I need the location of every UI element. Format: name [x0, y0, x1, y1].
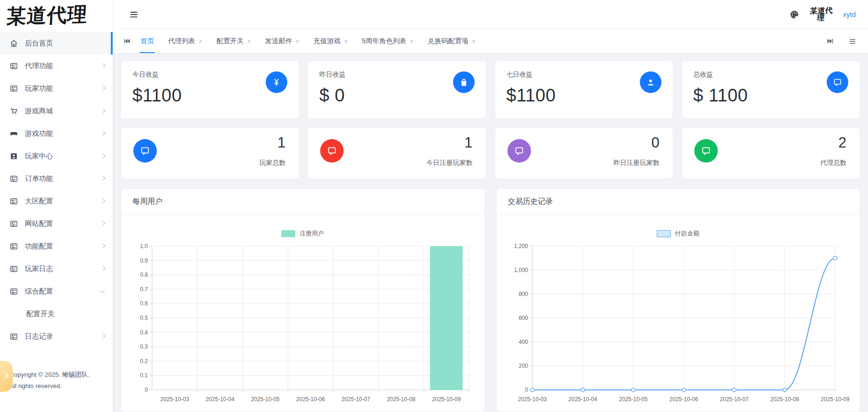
weekly-users-panel: 每周用户 注册用户 00.10.20.30.40.50.60.70.80.91.…	[121, 189, 484, 412]
sidebar-item-label: 综合配置	[25, 287, 100, 296]
tab-label: 兑换码配置项	[428, 37, 469, 46]
tabs: 首页 × 代理列表 × 配置开关 × 发送邮件 × 充值游戏 ×	[139, 29, 822, 53]
counter-card: 1 玩家总数	[121, 128, 299, 179]
card-icon	[9, 197, 18, 206]
sidebar-item-label: 功能配置	[25, 242, 100, 251]
tab[interactable]: 充值游戏 ×	[313, 29, 349, 53]
chevron-icon	[100, 311, 105, 316]
sidebar-item-label: 玩家中心	[25, 152, 100, 161]
sidebar-expand-handle[interactable]	[0, 361, 13, 392]
legend-item[interactable]: 注册用户	[281, 229, 324, 238]
sidebar-item[interactable]: 配置开关	[0, 303, 113, 325]
tab-close-icon[interactable]: ×	[472, 38, 476, 45]
sidebar-item[interactable]: 后台首页	[0, 32, 113, 54]
svg-text:400: 400	[518, 339, 528, 345]
sidebar-item[interactable]: 玩家功能	[0, 77, 113, 100]
card-icon	[9, 332, 18, 341]
card-icon	[9, 264, 18, 273]
chevron-icon	[100, 289, 105, 294]
revenue-card-label: 总收益	[693, 70, 848, 79]
yen-icon	[266, 71, 287, 93]
hamburger-icon	[129, 9, 139, 20]
tab[interactable]: 兑换码配置项 ×	[427, 29, 476, 53]
sidebar-item[interactable]: 功能配置	[0, 235, 113, 257]
revenue-card-label: 七日收益	[507, 70, 661, 79]
sidebar-item[interactable]: 游戏功能	[0, 122, 113, 145]
panel-title: 每周用户	[121, 189, 484, 215]
sidebar-item[interactable]: 代理功能	[0, 54, 113, 77]
legend-label: 注册用户	[300, 229, 324, 238]
topbar-right: 某道代理 xytd	[789, 7, 856, 21]
tab-close-icon[interactable]: ×	[295, 38, 299, 45]
tab-label: 配置开关	[216, 37, 244, 46]
tab[interactable]: 发送邮件 ×	[264, 29, 300, 53]
tabbar: 首页 × 代理列表 × 配置开关 × 发送邮件 × 充值游戏 ×	[113, 29, 868, 54]
chat-icon	[133, 139, 157, 163]
palette-icon	[789, 9, 799, 20]
app-logo-text: 某道代理	[6, 1, 88, 30]
sidebar-item-label: 后台首页	[25, 39, 99, 48]
tab[interactable]: 5周年角色列表 ×	[361, 29, 415, 53]
chat-icon	[827, 71, 848, 93]
svg-text:2025-10-09: 2025-10-09	[432, 396, 461, 403]
svg-text:2025-10-03: 2025-10-03	[161, 396, 190, 403]
sidebar-item[interactable]: 网站配置	[0, 212, 113, 235]
chevron-icon	[100, 63, 105, 68]
tab-close-icon[interactable]: ×	[199, 38, 202, 45]
counter-card-label: 代理总数	[820, 159, 846, 167]
chat-icon	[507, 139, 531, 163]
bar-chart: 00.10.20.30.40.50.60.70.80.91.02025-10-0…	[131, 242, 475, 407]
svg-text:2025-10-08: 2025-10-08	[770, 396, 799, 403]
revenue-card: 昨日收益 $ 0	[308, 61, 485, 118]
tab-close-icon[interactable]: ×	[247, 38, 251, 45]
topbar: 某道代理 xytd	[113, 0, 868, 29]
chevron-icon	[100, 266, 105, 271]
sidebar-item[interactable]: 订单功能	[0, 167, 113, 190]
gamepad-icon	[9, 129, 18, 138]
revenue-card-value: $ 1100	[693, 86, 848, 106]
counter-card-label: 今日注册玩家数	[427, 159, 473, 167]
tab[interactable]: 首页 ×	[139, 29, 155, 53]
tabs-scroll-end-button[interactable]	[822, 37, 838, 45]
chevron-icon	[100, 86, 105, 91]
sidebar-item-label: 玩家功能	[25, 84, 100, 93]
menu-toggle-button[interactable]	[127, 8, 141, 22]
svg-text:600: 600	[518, 315, 528, 321]
person-icon	[640, 71, 661, 93]
sidebar-item[interactable]: 综合配置	[0, 280, 113, 303]
revenue-card-value: $1100	[132, 86, 287, 106]
bag-icon	[453, 71, 475, 93]
svg-text:2025-10-08: 2025-10-08	[387, 396, 416, 403]
line-chart: 02004006008001,0001,2002025-10-032025-10…	[506, 242, 850, 407]
panel-title: 交易历史记录	[497, 189, 860, 215]
card-icon	[9, 62, 18, 70]
list-icon	[848, 37, 857, 46]
counter-card-value: 1	[464, 134, 472, 151]
chevron-icon	[99, 41, 103, 46]
tab[interactable]: 代理列表 ×	[167, 29, 203, 53]
legend-swatch	[657, 230, 671, 237]
sidebar-item-label: 网站配置	[25, 219, 100, 228]
sidebar-item[interactable]: 玩家日志	[0, 257, 113, 280]
sidebar-item[interactable]: 大区配置	[0, 190, 113, 212]
svg-text:1.0: 1.0	[140, 243, 148, 249]
svg-text:0.4: 0.4	[140, 329, 148, 336]
svg-text:0.8: 0.8	[140, 272, 148, 278]
username-link[interactable]: xytd	[843, 10, 856, 18]
counter-card-value: 1	[277, 134, 285, 151]
tab[interactable]: 配置开关 ×	[215, 29, 252, 53]
svg-text:2025-10-05: 2025-10-05	[251, 396, 280, 403]
sidebar-item[interactable]: 日志记录	[0, 325, 113, 348]
charts-row: 每周用户 注册用户 00.10.20.30.40.50.60.70.80.91.…	[121, 189, 860, 412]
sidebar-item[interactable]: 游戏商城	[0, 100, 113, 122]
tabs-menu-button[interactable]	[845, 37, 860, 46]
legend-item[interactable]: 付款金额	[657, 229, 699, 238]
theme-button[interactable]	[789, 9, 799, 20]
tab-close-icon[interactable]: ×	[410, 38, 414, 45]
sidebar-item[interactable]: 玩家中心	[0, 145, 113, 167]
svg-text:0: 0	[145, 387, 148, 393]
tab-close-icon[interactable]: ×	[344, 38, 348, 45]
counter-card-value: 0	[652, 134, 660, 151]
tabs-scroll-start-button[interactable]	[119, 29, 135, 53]
tab-label: 代理列表	[168, 37, 195, 46]
